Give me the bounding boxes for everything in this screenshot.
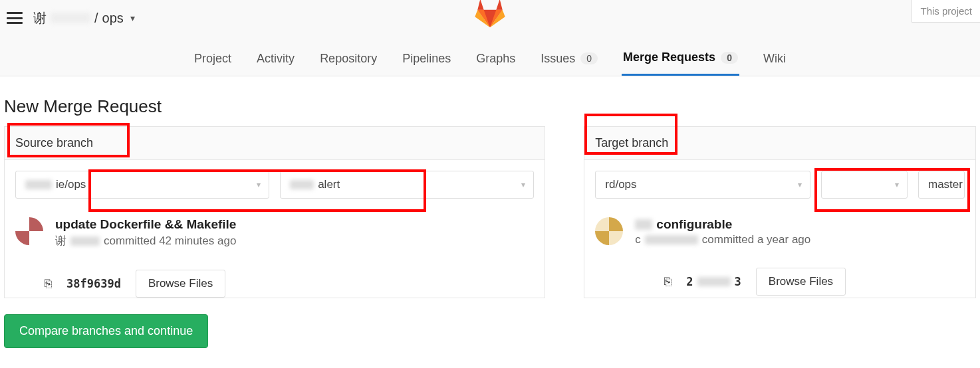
chevron-down-icon: ▾ <box>895 180 899 189</box>
commit-title-blur <box>635 219 652 230</box>
tab-issues-label: Issues <box>541 52 575 66</box>
target-project-select[interactable]: rd/ops ▾ <box>595 171 810 199</box>
page-title: New Merge Request <box>4 96 976 117</box>
avatar <box>595 217 623 245</box>
target-branch-header: Target branch <box>584 127 975 160</box>
tab-repository[interactable]: Repository <box>318 50 378 76</box>
commit-title-suffix: configurable <box>656 217 732 232</box>
tab-activity[interactable]: Activity <box>255 50 296 76</box>
browse-files-button[interactable]: Browse Files <box>756 268 846 296</box>
branch-columns: Source branch ie/ops ▾ alert ▾ update Do… <box>4 126 976 298</box>
tab-wiki[interactable]: Wiki <box>762 50 787 76</box>
tab-wiki-label: Wiki <box>763 52 786 66</box>
target-project-text: rd/ops <box>605 178 636 191</box>
target-commit-row: configurable c committed a year ago <box>584 209 975 258</box>
source-project-select[interactable]: ie/ops ▾ <box>15 171 269 199</box>
source-project-suffix: ie/ops <box>56 178 86 191</box>
target-selects: rd/ops ▾ ▾ master <box>584 160 975 209</box>
tab-merge-requests[interactable]: Merge Requests 0 <box>622 50 739 76</box>
page-content: New Merge Request Source branch ie/ops ▾… <box>0 76 980 361</box>
committed-time: committed 42 minutes ago <box>104 234 236 248</box>
target-panel: Target branch rd/ops ▾ ▾ master <box>584 126 976 298</box>
tab-repository-label: Repository <box>320 52 377 66</box>
committer-prefix: 谢 <box>55 233 66 248</box>
breadcrumb-separator: / <box>94 11 98 26</box>
top-bar: 谢 / ops ▾ This project <box>0 0 980 32</box>
mr-count-badge: 0 <box>721 52 738 64</box>
source-commit-row: update Dockerfile && Makefile 谢 committe… <box>5 209 545 260</box>
issues-count-badge: 0 <box>580 52 598 64</box>
sha-blur <box>697 277 731 286</box>
committed-time: committed a year ago <box>702 233 810 246</box>
chevron-down-icon: ▾ <box>130 13 135 23</box>
project-scope-dropdown[interactable]: This project <box>912 0 980 23</box>
menu-icon[interactable] <box>7 12 23 24</box>
tab-graphs-label: Graphs <box>476 52 515 66</box>
committer-blur <box>70 236 100 246</box>
source-branch-suffix: alert <box>318 178 340 191</box>
source-commit-title[interactable]: update Dockerfile && Makefile <box>55 217 534 232</box>
source-commit-lower: ⎘ 38f9639d Browse Files <box>5 270 545 298</box>
tab-graphs[interactable]: Graphs <box>475 50 517 76</box>
breadcrumb[interactable]: 谢 / ops ▾ <box>33 9 135 27</box>
project-tabs: Project Activity Repository Pipelines Gr… <box>0 32 980 76</box>
target-branch-value[interactable]: master <box>918 171 965 199</box>
target-commit-title[interactable]: configurable <box>635 217 965 232</box>
source-branch-blur <box>290 180 314 189</box>
breadcrumb-user-blur <box>51 13 90 23</box>
committer-blur <box>645 235 698 244</box>
copy-icon[interactable]: ⎘ <box>45 277 52 291</box>
tab-activity-label: Activity <box>257 52 295 66</box>
target-branch-select[interactable]: ▾ <box>821 171 908 199</box>
gitlab-logo[interactable] <box>473 0 507 31</box>
source-panel: Source branch ie/ops ▾ alert ▾ update Do… <box>4 126 545 298</box>
tab-project-label: Project <box>194 52 231 66</box>
target-commit-lower: ⎘ 2 3 Browse Files <box>584 268 975 296</box>
target-commit-meta: c committed a year ago <box>635 233 965 246</box>
copy-icon[interactable]: ⎘ <box>664 275 672 289</box>
source-commit-meta: 谢 committed 42 minutes ago <box>55 233 534 248</box>
source-sha[interactable]: 38f9639d <box>66 277 121 290</box>
breadcrumb-project: ops <box>102 11 124 26</box>
browse-files-button[interactable]: Browse Files <box>136 270 225 298</box>
tab-project[interactable]: Project <box>193 50 233 76</box>
compare-branches-button[interactable]: Compare branches and continue <box>4 314 208 348</box>
avatar <box>15 217 43 245</box>
project-scope-label: This project <box>920 5 972 17</box>
breadcrumb-user-prefix: 谢 <box>33 9 47 27</box>
tab-pipelines[interactable]: Pipelines <box>401 50 452 76</box>
sha-suffix: 3 <box>735 275 741 288</box>
source-project-blur <box>25 180 52 189</box>
target-sha[interactable]: 2 3 <box>686 275 741 288</box>
chevron-down-icon: ▾ <box>798 180 802 189</box>
chevron-down-icon: ▾ <box>521 180 525 189</box>
tab-issues[interactable]: Issues 0 <box>539 50 599 76</box>
source-branch-header: Source branch <box>5 127 545 160</box>
source-selects: ie/ops ▾ alert ▾ <box>5 160 545 209</box>
tab-pipelines-label: Pipelines <box>402 52 451 66</box>
chevron-down-icon: ▾ <box>257 180 261 189</box>
tab-mr-label: Merge Requests <box>623 50 715 64</box>
target-branch-text: master <box>928 178 963 191</box>
source-branch-select[interactable]: alert ▾ <box>280 171 534 199</box>
